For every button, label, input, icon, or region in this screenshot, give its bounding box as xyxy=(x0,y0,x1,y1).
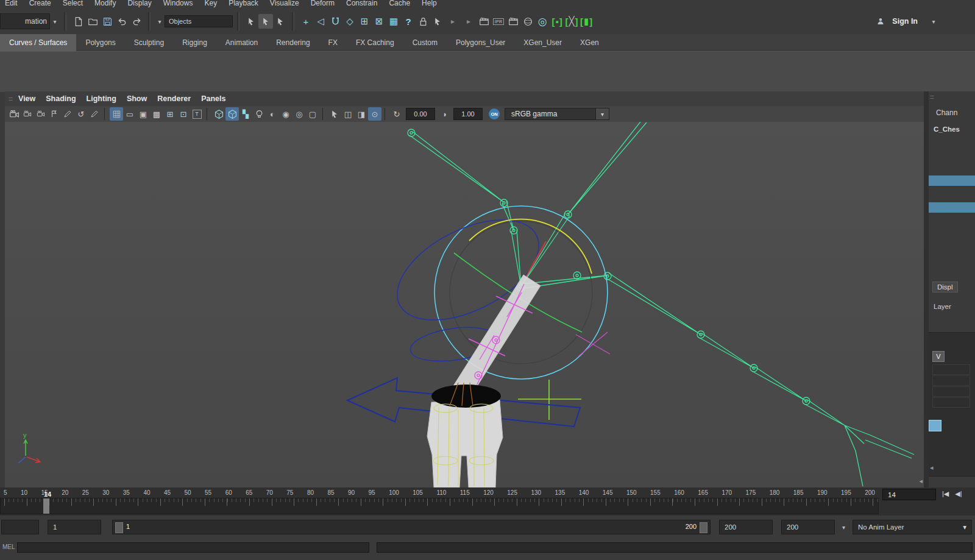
shelf-content[interactable] xyxy=(0,51,975,92)
section-collapse-arrow[interactable]: ▸ xyxy=(451,17,455,26)
selection-mask-icon[interactable]: ▦ xyxy=(386,14,401,29)
wireframe-icon[interactable] xyxy=(212,107,225,121)
shelf-tab[interactable]: XGen_User xyxy=(514,34,571,51)
gamma-field[interactable]: 1.00 xyxy=(453,108,483,120)
snap-help-icon[interactable]: ? xyxy=(401,14,416,29)
hypershade-icon[interactable] xyxy=(520,14,535,29)
select-object-icon[interactable] xyxy=(258,14,273,29)
range-options-dropdown[interactable]: ▾ xyxy=(842,524,845,531)
time-slider[interactable]: 14 xyxy=(0,498,879,514)
layer-cell[interactable] xyxy=(932,364,970,375)
menu-item[interactable]: Visualize xyxy=(270,0,299,9)
exposure-field[interactable]: 0.00 xyxy=(406,108,435,120)
animation-end-field[interactable]: 200 xyxy=(781,520,835,534)
save-scene-icon[interactable] xyxy=(100,14,115,29)
shelf-tab[interactable]: XGen xyxy=(571,34,608,51)
snap-to-grids-icon[interactable]: + xyxy=(299,14,313,29)
bracket-bars-icon[interactable]: ▮ xyxy=(579,14,594,29)
snap-to-curves-icon[interactable]: ◁ xyxy=(313,14,328,29)
menu-item[interactable]: Playback xyxy=(229,0,258,9)
display-tab[interactable]: Displ xyxy=(932,282,958,292)
color-management-badge[interactable]: ON xyxy=(489,108,500,119)
render-frame-icon[interactable] xyxy=(477,14,491,29)
xray-icon[interactable]: ◫ xyxy=(341,107,355,121)
shelf-tab[interactable]: Rigging xyxy=(173,34,216,51)
playback-end-field[interactable]: 200 xyxy=(719,520,773,534)
ao-icon[interactable]: ◉ xyxy=(279,107,292,121)
shelf-tab[interactable]: Curves / Surfaces xyxy=(0,34,76,51)
panel-menu-item[interactable]: Lighting xyxy=(87,94,116,103)
exposure-toggle-icon[interactable]: ⊙ xyxy=(368,107,381,121)
playhead[interactable] xyxy=(43,498,49,514)
menuset-dropdown[interactable]: ▾ xyxy=(50,14,60,29)
exposure-icon[interactable]: ↻ xyxy=(390,107,403,121)
gamma-icon[interactable]: ◑ xyxy=(438,107,451,121)
snap-to-view-planes-icon[interactable]: ⊞ xyxy=(357,14,372,29)
section-collapse-arrow[interactable]: ▸ xyxy=(467,17,470,26)
layer-visibility-header[interactable]: V xyxy=(932,351,945,362)
snap-to-points-icon[interactable] xyxy=(328,14,342,29)
menuset-selector[interactable]: mation xyxy=(0,13,50,29)
menu-item[interactable]: Key xyxy=(204,0,217,9)
joints-xray-icon[interactable]: ◨ xyxy=(355,107,368,121)
safe-action-icon[interactable]: ⊡ xyxy=(177,107,190,121)
camera-icon[interactable] xyxy=(7,107,21,121)
range-start-handle[interactable] xyxy=(115,522,123,533)
undo-icon[interactable] xyxy=(115,14,129,29)
menu-item[interactable]: Display xyxy=(127,0,151,9)
lights-icon[interactable] xyxy=(252,107,266,121)
bracket-x-icon[interactable]: ╳ xyxy=(564,14,579,29)
panel-divider[interactable] xyxy=(924,91,929,487)
animation-start-field[interactable]: 1 xyxy=(48,520,101,534)
menu-item[interactable]: Edit xyxy=(5,0,18,9)
shadows-icon[interactable]: ◐ xyxy=(266,107,279,121)
panel-menu-item[interactable]: Panels xyxy=(201,94,225,103)
layer-cell[interactable] xyxy=(932,386,970,397)
panel-menu-item[interactable]: Shading xyxy=(46,94,76,103)
channel-row-selected[interactable] xyxy=(929,175,975,186)
objects-filter-dropdown[interactable]: ▾ xyxy=(155,14,165,29)
panel-scroll-left-icon[interactable]: ◂ xyxy=(919,477,923,485)
bracket-box-icon[interactable]: ▪ xyxy=(550,14,564,29)
snap-to-projected-center-icon[interactable]: ◇ xyxy=(342,14,357,29)
shaded-icon[interactable] xyxy=(225,107,239,121)
grid-toggle-icon[interactable] xyxy=(110,107,123,121)
field-chart-icon[interactable]: ⊞ xyxy=(163,107,177,121)
textured-icon[interactable]: ▚ xyxy=(239,107,252,121)
panel-menu-item[interactable]: Renderer xyxy=(157,94,191,103)
scroll-left-icon[interactable]: ◂ xyxy=(930,464,934,472)
open-scene-icon[interactable] xyxy=(85,14,100,29)
shelf-tab[interactable]: Custom xyxy=(403,34,447,51)
command-result[interactable] xyxy=(377,542,973,553)
safe-title-icon[interactable]: T xyxy=(190,107,204,121)
select-component-icon[interactable] xyxy=(273,14,288,29)
channel-row-selected[interactable] xyxy=(929,202,975,213)
range-slider-bar[interactable]: 1 200 xyxy=(112,520,711,534)
layer-cell[interactable] xyxy=(932,375,970,386)
film-gate-icon[interactable]: ▭ xyxy=(123,107,136,121)
viewport-canvas[interactable]: y persp ◂ xyxy=(5,122,924,487)
bookmark-icon[interactable] xyxy=(48,107,61,121)
shelf-tab[interactable]: FX xyxy=(319,34,347,51)
isolate-select-icon[interactable] xyxy=(328,107,341,121)
new-scene-icon[interactable] xyxy=(71,14,85,29)
motion-blur-icon[interactable]: ◎ xyxy=(292,107,306,121)
step-back-button[interactable]: ◀| xyxy=(955,490,962,498)
current-time-field[interactable]: 14 xyxy=(882,489,936,500)
panel-grip-icon[interactable]: :::: xyxy=(930,94,934,100)
select-hierarchy-icon[interactable] xyxy=(244,14,258,29)
anim-layer-dropdown[interactable]: No Anim Layer ▾ xyxy=(853,520,972,534)
command-input[interactable] xyxy=(17,542,369,553)
menu-item[interactable]: Windows xyxy=(163,0,193,9)
panel-grip-icon[interactable]: :::: xyxy=(9,96,12,102)
menu-item[interactable]: Select xyxy=(63,0,83,9)
resolution-gate-icon[interactable]: ▣ xyxy=(136,107,150,121)
command-language-toggle[interactable]: MEL xyxy=(2,544,15,550)
menu-item[interactable]: Cache xyxy=(389,0,410,9)
lock-selection-icon[interactable] xyxy=(416,14,430,29)
render-settings-icon[interactable] xyxy=(506,14,520,29)
shelf-tab[interactable]: Polygons xyxy=(76,34,124,51)
go-to-start-button[interactable]: |◀ xyxy=(942,490,949,498)
objects-field[interactable]: Objects xyxy=(165,15,233,27)
viewport-panel[interactable]: :::: ViewShadingLightingShowRendererPane… xyxy=(5,91,924,487)
